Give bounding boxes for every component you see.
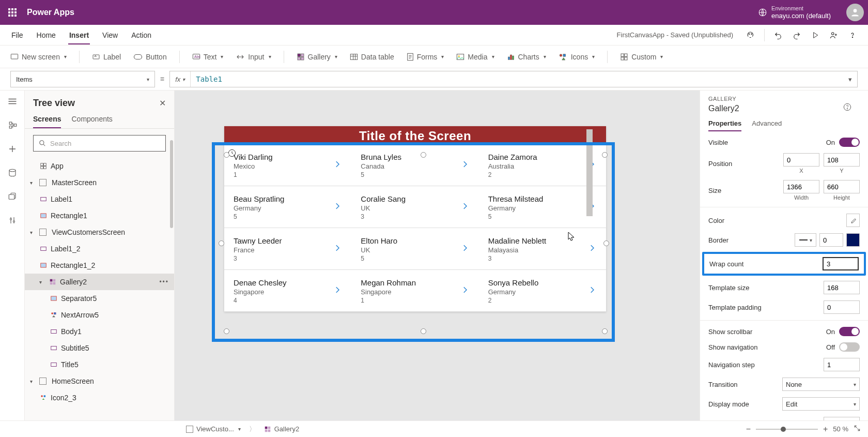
insert-input-button[interactable]: Input▾ bbox=[236, 53, 271, 61]
chevron-right-icon[interactable] bbox=[460, 160, 470, 171]
share-icon[interactable] bbox=[829, 30, 839, 40]
tree-item-label1-2[interactable]: Label1_2 bbox=[25, 240, 174, 257]
tab-properties[interactable]: Properties bbox=[708, 119, 741, 131]
tree-item-rectangle1-2[interactable]: Rectangle1_2 bbox=[25, 257, 174, 274]
tree-item-body1[interactable]: Body1 bbox=[25, 323, 174, 340]
gallery-item[interactable]: Elton HaroUK5 bbox=[351, 228, 478, 269]
resize-handle[interactable] bbox=[602, 328, 608, 334]
insert-rail-icon[interactable] bbox=[7, 143, 18, 155]
help-icon[interactable] bbox=[847, 30, 858, 40]
wrap-count-input[interactable] bbox=[823, 257, 859, 270]
zoom-in-icon[interactable]: + bbox=[823, 425, 828, 434]
menu-action[interactable]: Action bbox=[130, 26, 152, 44]
insert-charts-button[interactable]: Charts▾ bbox=[507, 53, 546, 61]
app-checker-icon[interactable] bbox=[746, 30, 756, 40]
insert-icons-button[interactable]: Icons▾ bbox=[559, 53, 595, 61]
border-color-picker[interactable] bbox=[846, 233, 860, 247]
navigation-step-input[interactable] bbox=[824, 358, 860, 371]
resize-handle[interactable] bbox=[421, 328, 426, 334]
template-size-input[interactable] bbox=[824, 281, 860, 294]
position-x-input[interactable] bbox=[783, 153, 819, 167]
gallery-item[interactable]: Viki DarlingMexico1 bbox=[224, 144, 351, 186]
tab-components[interactable]: Components bbox=[71, 115, 112, 128]
redo-icon[interactable] bbox=[792, 30, 802, 40]
position-y-input[interactable] bbox=[824, 153, 860, 167]
advanced-tools-icon[interactable] bbox=[7, 215, 18, 226]
environment-picker[interactable]: Environment enayu.com (default) bbox=[758, 5, 831, 20]
tree-item-title5[interactable]: Title5 bbox=[25, 356, 174, 373]
formula-expand-icon[interactable]: ▾ bbox=[843, 76, 857, 83]
tree-item-masterscreen[interactable]: ▾MasterScreen bbox=[25, 174, 174, 191]
breadcrumb-screen[interactable]: ViewCusto...▾ bbox=[183, 424, 244, 434]
user-avatar[interactable] bbox=[846, 4, 864, 21]
resize-handle[interactable] bbox=[224, 328, 229, 334]
show-navigation-toggle[interactable] bbox=[839, 342, 860, 352]
transition-select[interactable]: None▾ bbox=[782, 378, 860, 391]
resize-handle[interactable] bbox=[421, 152, 426, 158]
visible-toggle[interactable] bbox=[839, 138, 860, 147]
menu-home[interactable]: Home bbox=[36, 26, 57, 44]
insert-label-button[interactable]: Label bbox=[92, 53, 121, 61]
tree-view-icon[interactable] bbox=[7, 119, 18, 131]
insert-gallery-button[interactable]: Gallery▾ bbox=[297, 53, 337, 61]
menu-insert[interactable]: Insert bbox=[68, 26, 90, 44]
tree-item-viewcustomers[interactable]: ▾ViewCustomersScreen bbox=[25, 224, 174, 240]
more-icon[interactable]: ••• bbox=[159, 278, 169, 285]
tree-item-rectangle1[interactable]: Rectangle1 bbox=[25, 207, 174, 224]
chevron-right-icon[interactable] bbox=[333, 244, 342, 254]
tree-item-subtitle5[interactable]: Subtitle5 bbox=[25, 340, 174, 356]
gallery-scrollbar[interactable] bbox=[586, 129, 593, 216]
tab-advanced[interactable]: Advanced bbox=[752, 119, 782, 131]
chevron-right-icon[interactable] bbox=[587, 285, 597, 296]
breadcrumb-control[interactable]: Gallery2 bbox=[261, 424, 302, 434]
resize-handle[interactable] bbox=[603, 240, 609, 246]
property-selector[interactable]: Items ▾ bbox=[10, 71, 155, 87]
undo-icon[interactable] bbox=[773, 30, 783, 40]
tree-item-separator5[interactable]: Separator5 bbox=[25, 290, 174, 307]
gallery-item[interactable]: Bruna LylesCanada5 bbox=[351, 144, 478, 186]
resize-handle[interactable] bbox=[602, 152, 608, 158]
zoom-out-icon[interactable]: − bbox=[746, 425, 751, 434]
display-mode-select[interactable]: Edit▾ bbox=[782, 397, 860, 411]
menu-file[interactable]: File bbox=[10, 26, 24, 44]
insert-data-table-button[interactable]: Data table bbox=[350, 53, 394, 61]
gallery-item[interactable]: Megan RohmanSingapore1 bbox=[351, 270, 478, 311]
chevron-right-icon[interactable] bbox=[587, 244, 597, 254]
chevron-right-icon[interactable] bbox=[460, 244, 470, 254]
fit-to-screen-icon[interactable] bbox=[854, 425, 861, 433]
show-scrollbar-toggle[interactable] bbox=[839, 327, 860, 336]
app-launcher-icon[interactable] bbox=[4, 4, 21, 21]
zoom-slider[interactable] bbox=[756, 429, 818, 430]
new-screen-button[interactable]: New screen▾ bbox=[10, 53, 67, 61]
color-picker[interactable] bbox=[846, 214, 860, 227]
tree-item-icon2-3[interactable]: Icon2_3 bbox=[25, 389, 174, 406]
insert-custom-button[interactable]: Custom▾ bbox=[620, 53, 663, 61]
play-icon[interactable] bbox=[810, 30, 820, 40]
chevron-right-icon[interactable] bbox=[333, 285, 342, 296]
help-icon[interactable] bbox=[843, 103, 851, 113]
tree-item-gallery2[interactable]: ▾Gallery2••• bbox=[25, 274, 174, 290]
size-width-input[interactable] bbox=[783, 180, 819, 193]
hamburger-icon[interactable] bbox=[7, 96, 18, 107]
gallery-item[interactable]: Sonya RebelloGermany2 bbox=[479, 270, 606, 311]
gallery-item[interactable]: Beau SpratlingGermany5 bbox=[224, 186, 351, 228]
gallery-control[interactable]: Viki DarlingMexico1Bruna LylesCanada5Dai… bbox=[224, 144, 606, 312]
tree-item-label1[interactable]: Label1 bbox=[25, 191, 174, 207]
tree-item-nextarrow5[interactable]: NextArrow5 bbox=[25, 307, 174, 323]
gallery-item[interactable]: Coralie SangUK3 bbox=[351, 186, 478, 228]
insert-forms-button[interactable]: Forms▾ bbox=[407, 53, 444, 61]
close-icon[interactable]: ✕ bbox=[159, 98, 166, 108]
border-width-input[interactable] bbox=[819, 233, 843, 247]
media-rail-icon[interactable] bbox=[7, 191, 18, 202]
chevron-right-icon[interactable] bbox=[333, 160, 342, 171]
size-height-input[interactable] bbox=[824, 180, 860, 193]
canvas-area[interactable]: Title of the Screen Viki DarlingMexico1B… bbox=[175, 91, 700, 420]
border-style-picker[interactable]: ▾ bbox=[795, 233, 816, 247]
menu-view[interactable]: View bbox=[101, 26, 119, 44]
gallery-item[interactable]: Denae ChesleySingapore4 bbox=[224, 270, 351, 311]
tab-screens[interactable]: Screens bbox=[33, 115, 61, 128]
insert-text-button[interactable]: AbcText▾ bbox=[192, 53, 224, 61]
chevron-right-icon[interactable] bbox=[333, 202, 342, 213]
template-padding-input[interactable] bbox=[824, 300, 860, 314]
chevron-right-icon[interactable] bbox=[460, 202, 470, 213]
